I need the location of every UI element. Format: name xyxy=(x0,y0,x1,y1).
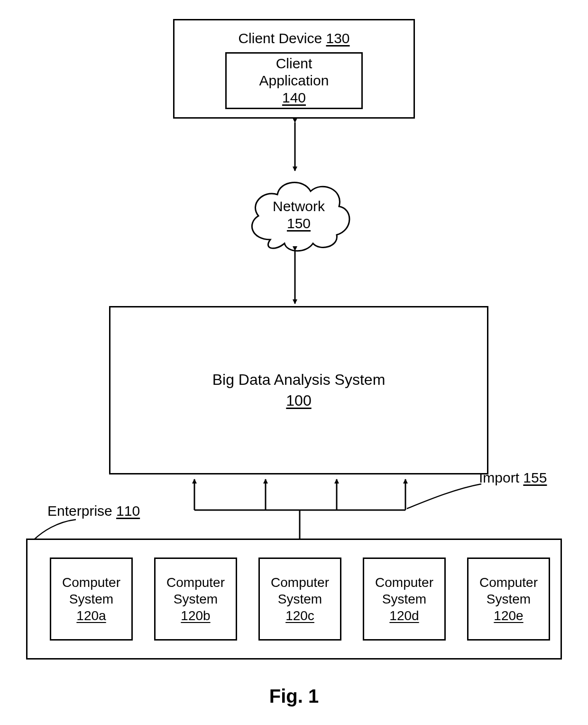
enterprise-num: 110 xyxy=(116,503,140,519)
figure-caption: Fig. 1 xyxy=(0,686,588,707)
enterprise-callout-line xyxy=(34,520,76,539)
diagram-canvas: Client Device 130 Client Application 140… xyxy=(0,0,588,725)
import-callout: Import 155 xyxy=(479,470,547,486)
import-num: 155 xyxy=(523,470,547,485)
import-label: Import xyxy=(479,470,523,485)
enterprise-label: Enterprise xyxy=(47,503,116,519)
import-callout-line xyxy=(407,484,481,509)
enterprise-callout: Enterprise 110 xyxy=(47,503,140,519)
connectors xyxy=(0,0,588,725)
